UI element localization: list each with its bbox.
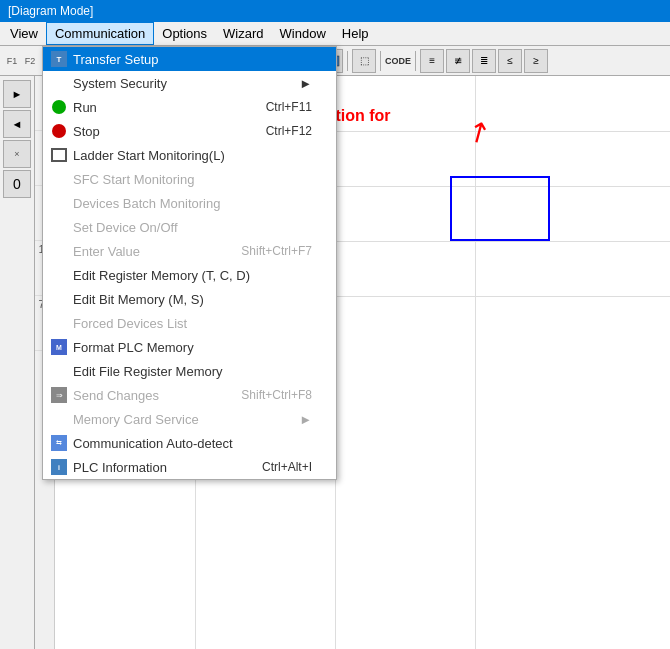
fn-f1[interactable]: F1 <box>4 55 20 67</box>
sidebar-btn-3[interactable]: × <box>3 140 31 168</box>
plc-info-label: PLC Information <box>73 460 167 475</box>
title-text: [Diagram Mode] <box>8 4 93 18</box>
menu-format-plc[interactable]: M Format PLC Memory <box>43 335 336 359</box>
ladder-start-icon <box>51 147 67 163</box>
send-changes-shortcut: Shift+Ctrl+F8 <box>221 388 312 402</box>
run-icon <box>51 99 67 115</box>
ladder-start-label: Ladder Start Monitoring(L) <box>73 148 225 163</box>
menu-comm-auto[interactable]: ⇆ Communication Auto-detect <box>43 431 336 455</box>
transfer-setup-label: Transfer Setup <box>73 52 159 67</box>
menu-plc-info[interactable]: i PLC Information Ctrl+Alt+I <box>43 455 336 479</box>
fn-f2[interactable]: F2 <box>22 55 38 67</box>
enter-value-shortcut: Shift+Ctrl+F7 <box>221 244 312 258</box>
memory-card-icon <box>51 411 67 427</box>
comm-auto-icon: ⇆ <box>51 435 67 451</box>
forced-devices-icon <box>51 315 67 331</box>
memory-card-label: Memory Card Service <box>73 412 199 427</box>
menu-window[interactable]: Window <box>272 22 334 45</box>
edit-file-icon <box>51 363 67 379</box>
menu-forced-devices[interactable]: Forced Devices List <box>43 311 336 335</box>
format-plc-label: Format PLC Memory <box>73 340 194 355</box>
menu-set-device[interactable]: Set Device On/Off <box>43 215 336 239</box>
menu-system-security[interactable]: System Security ► <box>43 71 336 95</box>
menu-transfer-setup[interactable]: T Transfer Setup <box>43 47 336 71</box>
edit-register-label: Edit Register Memory (T, C, D) <box>73 268 250 283</box>
menu-enter-value[interactable]: Enter Value Shift+Ctrl+F7 <box>43 239 336 263</box>
send-changes-label: Send Changes <box>73 388 159 403</box>
sidebar-btn-2[interactable]: ◄ <box>3 110 31 138</box>
toolbar-misc-4[interactable]: ≤ <box>498 49 522 73</box>
edit-bit-icon <box>51 291 67 307</box>
toolbar-misc-5[interactable]: ≥ <box>524 49 548 73</box>
menu-edit-register[interactable]: Edit Register Memory (T, C, D) <box>43 263 336 287</box>
menu-edit-bit[interactable]: Edit Bit Memory (M, S) <box>43 287 336 311</box>
toolbar-sep-4 <box>380 51 381 71</box>
stop-icon <box>51 123 67 139</box>
system-security-label: System Security <box>73 76 167 91</box>
menu-send-changes[interactable]: ⇒ Send Changes Shift+Ctrl+F8 <box>43 383 336 407</box>
set-device-label: Set Device On/Off <box>73 220 178 235</box>
blue-rectangle <box>450 176 550 241</box>
title-bar: [Diagram Mode] <box>0 0 670 22</box>
menu-stop[interactable]: Stop Ctrl+F12 <box>43 119 336 143</box>
communication-dropdown: T Transfer Setup System Security ► Run C… <box>42 46 337 480</box>
transfer-setup-icon: T <box>51 51 67 67</box>
forced-devices-label: Forced Devices List <box>73 316 187 331</box>
sidebar-btn-1[interactable]: ► <box>3 80 31 108</box>
format-plc-icon: M <box>51 339 67 355</box>
toolbar-misc-1[interactable]: ≡ <box>420 49 444 73</box>
system-security-icon <box>51 75 67 91</box>
toolbar-misc-2[interactable]: ≢ <box>446 49 470 73</box>
sfc-start-label: SFC Start Monitoring <box>73 172 194 187</box>
plc-info-icon: i <box>51 459 67 475</box>
edit-file-label: Edit File Register Memory <box>73 364 223 379</box>
enter-value-icon <box>51 243 67 259</box>
toolbar-sep-5 <box>415 51 416 71</box>
menu-memory-card[interactable]: Memory Card Service ► <box>43 407 336 431</box>
edit-register-icon <box>51 267 67 283</box>
menu-ladder-start[interactable]: Ladder Start Monitoring(L) <box>43 143 336 167</box>
toolbar-sep-3 <box>347 51 348 71</box>
enter-value-label: Enter Value <box>73 244 140 259</box>
send-changes-icon: ⇒ <box>51 387 67 403</box>
set-device-icon <box>51 219 67 235</box>
sfc-start-icon <box>51 171 67 187</box>
run-label: Run <box>73 100 97 115</box>
stop-label: Stop <box>73 124 100 139</box>
system-security-arrow: ► <box>299 76 312 91</box>
menu-edit-file[interactable]: Edit File Register Memory <box>43 359 336 383</box>
sidebar: ► ◄ × 0 <box>0 76 35 649</box>
edit-bit-label: Edit Bit Memory (M, S) <box>73 292 204 307</box>
run-shortcut: Ctrl+F11 <box>246 100 312 114</box>
comm-auto-label: Communication Auto-detect <box>73 436 233 451</box>
devices-batch-icon <box>51 195 67 211</box>
vline-3 <box>475 76 476 649</box>
stop-shortcut: Ctrl+F12 <box>246 124 312 138</box>
plc-info-shortcut: Ctrl+Alt+I <box>242 460 312 474</box>
memory-card-arrow: ► <box>299 412 312 427</box>
menu-devices-batch[interactable]: Devices Batch Monitoring <box>43 191 336 215</box>
menu-wizard[interactable]: Wizard <box>215 22 271 45</box>
devices-batch-label: Devices Batch Monitoring <box>73 196 220 211</box>
code-label: CODE <box>385 56 411 66</box>
menu-sfc-start[interactable]: SFC Start Monitoring <box>43 167 336 191</box>
menu-help[interactable]: Help <box>334 22 377 45</box>
menu-communication[interactable]: Communication <box>46 22 154 45</box>
menu-view[interactable]: View <box>2 22 46 45</box>
menu-run[interactable]: Run Ctrl+F11 <box>43 95 336 119</box>
menu-bar: View Communication Options Wizard Window… <box>0 22 670 46</box>
toolbar-cursor-btn[interactable]: ⬚ <box>352 49 376 73</box>
sidebar-btn-4[interactable]: 0 <box>3 170 31 198</box>
menu-options[interactable]: Options <box>154 22 215 45</box>
toolbar-misc-3[interactable]: ≣ <box>472 49 496 73</box>
